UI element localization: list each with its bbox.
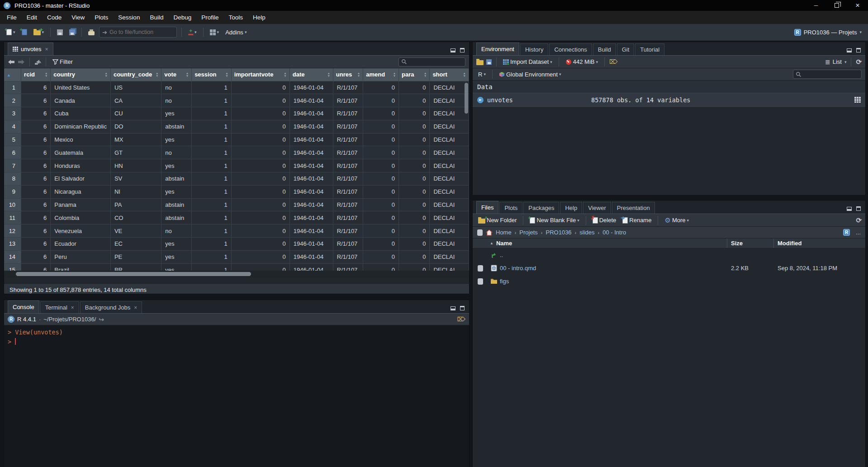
file-row[interactable]: .. bbox=[473, 248, 865, 262]
column-header-country_code[interactable]: country_code▲▼ bbox=[110, 68, 161, 81]
goto-file-box[interactable]: ➔ bbox=[99, 27, 177, 38]
working-directory-label[interactable]: ~/Projets/PRO1036/ bbox=[43, 316, 96, 323]
goto-directory-icon[interactable]: ↪ bbox=[99, 316, 104, 323]
breadcrumb-slides[interactable]: slides bbox=[579, 229, 594, 236]
column-header-rcid[interactable]: rcid▲▼ bbox=[21, 68, 51, 81]
list-view-label[interactable]: List bbox=[833, 58, 842, 65]
tab-background-jobs[interactable]: Background Jobs× bbox=[80, 301, 142, 313]
tab-history[interactable]: History bbox=[520, 43, 548, 55]
clear-environment-icon[interactable]: ⌦ bbox=[609, 58, 617, 65]
column-header-country[interactable]: country▲▼ bbox=[51, 68, 111, 81]
project-selector[interactable]: R PRO1036 — Projets ▾ bbox=[794, 29, 863, 36]
home-icon[interactable] bbox=[486, 229, 493, 236]
goto-file-input[interactable] bbox=[109, 29, 164, 35]
tab-viewer[interactable]: Viewer bbox=[583, 202, 611, 214]
maximize-pane-icon[interactable] bbox=[856, 206, 861, 211]
column-header-modified[interactable]: Modified bbox=[774, 238, 865, 248]
pane-layout-button[interactable]: ▾ bbox=[208, 28, 221, 37]
open-file-button[interactable]: ➔ ▾ bbox=[32, 28, 46, 37]
more-button[interactable]: ⚙ More ▾ bbox=[663, 215, 691, 226]
column-header-importantvote[interactable]: importantvote▲▼ bbox=[231, 68, 289, 81]
popout-window-icon[interactable] bbox=[34, 59, 41, 65]
sort-arrows-icon[interactable]: ▲▼ bbox=[45, 72, 47, 77]
horizontal-scrollbar-track[interactable] bbox=[4, 271, 469, 278]
column-header-unres[interactable]: unres▲▼ bbox=[333, 68, 363, 81]
minimize-pane-icon[interactable] bbox=[451, 306, 455, 310]
file-row[interactable]: figs bbox=[473, 275, 865, 288]
tab-packages[interactable]: Packages bbox=[523, 202, 559, 214]
column-header-vote[interactable]: vote▲▼ bbox=[161, 68, 192, 81]
new-file-button[interactable]: + ▾ bbox=[5, 28, 17, 37]
column-header-amend[interactable]: amend▲▼ bbox=[363, 68, 399, 81]
breadcrumb-home[interactable]: Home bbox=[496, 229, 512, 236]
file-checkbox[interactable] bbox=[478, 278, 483, 285]
path-ellipsis[interactable]: ... bbox=[856, 229, 861, 236]
sort-arrows-icon[interactable]: ▲▼ bbox=[225, 72, 228, 77]
sort-arrows-icon[interactable]: ▲▼ bbox=[105, 72, 108, 77]
sort-arrows-icon[interactable]: ▲▼ bbox=[186, 72, 189, 77]
tab-git[interactable]: Git bbox=[617, 43, 635, 55]
minimize-pane-icon[interactable] bbox=[451, 48, 455, 52]
menu-tools[interactable]: Tools bbox=[223, 11, 248, 24]
sort-arrows-icon[interactable]: ▲▼ bbox=[156, 72, 158, 77]
tab-files[interactable]: Files bbox=[476, 201, 498, 214]
close-tab-icon[interactable]: × bbox=[71, 305, 74, 311]
rename-button[interactable]: ➔ Rename bbox=[621, 215, 653, 225]
tab-connections[interactable]: Connections bbox=[549, 43, 592, 55]
import-dataset-button[interactable]: Import Dataset ▾ bbox=[501, 57, 554, 67]
row-number-header[interactable]: ▲ bbox=[4, 68, 21, 81]
language-selector[interactable]: R ▾ bbox=[476, 70, 488, 79]
menu-session[interactable]: Session bbox=[113, 11, 145, 24]
sort-arrows-icon[interactable]: ▲▼ bbox=[463, 72, 466, 77]
tab-unvotes[interactable]: unvotes × bbox=[8, 43, 53, 55]
breadcrumb-pro1036[interactable]: PRO1036 bbox=[546, 229, 572, 236]
forward-arrow-icon[interactable] bbox=[18, 59, 25, 65]
tab-tutorial[interactable]: Tutorial bbox=[635, 43, 664, 55]
column-header-size[interactable]: Size bbox=[727, 238, 774, 248]
delete-button[interactable]: ✗ Delete bbox=[591, 215, 618, 225]
file-name[interactable]: .. bbox=[500, 252, 727, 258]
column-header-date[interactable]: date▲▼ bbox=[289, 68, 333, 81]
menu-view[interactable]: View bbox=[66, 11, 90, 24]
column-header-para[interactable]: para▲▼ bbox=[399, 68, 430, 81]
addins-button[interactable]: Addins ▾ bbox=[223, 28, 248, 37]
clear-console-icon[interactable]: ⌦ bbox=[457, 316, 465, 323]
new-folder-button[interactable]: + New Folder bbox=[476, 215, 518, 225]
menu-help[interactable]: Help bbox=[248, 11, 270, 24]
memory-usage-button[interactable]: 442 MiB ▾ bbox=[564, 57, 600, 67]
refresh-icon[interactable]: ⟳ bbox=[856, 58, 862, 66]
menu-plots[interactable]: Plots bbox=[90, 11, 113, 24]
save-all-button[interactable] bbox=[67, 28, 77, 37]
horizontal-scrollbar-thumb[interactable] bbox=[16, 272, 251, 276]
expand-object-icon[interactable]: ▶ bbox=[477, 97, 484, 103]
back-arrow-icon[interactable] bbox=[8, 59, 15, 65]
minimize-button[interactable]: ─ bbox=[806, 0, 826, 11]
menu-debug[interactable]: Debug bbox=[168, 11, 196, 24]
file-row[interactable]: 00 - intro.qmd2.2 KBSep 8, 2024, 11:18 P… bbox=[473, 262, 865, 275]
close-button[interactable]: ✕ bbox=[847, 0, 868, 11]
close-tab-icon[interactable]: × bbox=[45, 46, 48, 52]
maximize-button[interactable] bbox=[826, 0, 847, 11]
viewer-search-input[interactable] bbox=[409, 59, 459, 65]
tab-terminal[interactable]: Terminal× bbox=[40, 301, 79, 313]
close-tab-icon[interactable]: × bbox=[134, 305, 137, 311]
console-output[interactable]: > View(unvotes) > bbox=[4, 325, 469, 467]
refresh-icon[interactable]: ⟳ bbox=[856, 216, 862, 224]
environment-search-input[interactable] bbox=[803, 71, 853, 77]
sort-arrows-icon[interactable]: ▲▼ bbox=[357, 72, 360, 77]
vertical-scrollbar[interactable] bbox=[465, 83, 468, 114]
select-all-checkbox[interactable] bbox=[477, 229, 483, 236]
scope-selector[interactable]: Global Environment ▾ bbox=[497, 70, 563, 79]
breadcrumb-projets[interactable]: Projets bbox=[519, 229, 537, 236]
column-header-name[interactable]: ▲ Name bbox=[473, 238, 727, 248]
tab-presentation[interactable]: Presentation bbox=[612, 202, 655, 214]
menu-build[interactable]: Build bbox=[145, 11, 168, 24]
file-checkbox[interactable] bbox=[478, 265, 483, 272]
maximize-pane-icon[interactable] bbox=[856, 48, 861, 52]
view-table-icon[interactable] bbox=[854, 97, 861, 103]
menu-profile[interactable]: Profile bbox=[196, 11, 223, 24]
filter-button[interactable]: Filter bbox=[51, 57, 75, 67]
file-name[interactable]: 00 - intro.qmd bbox=[500, 265, 727, 272]
minimize-pane-icon[interactable] bbox=[847, 207, 852, 211]
tab-plots[interactable]: Plots bbox=[499, 202, 522, 214]
